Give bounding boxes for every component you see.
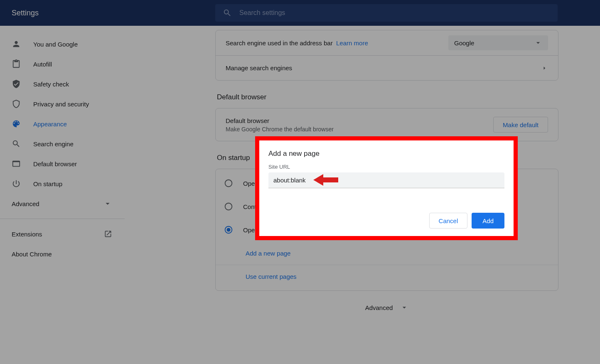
add-button[interactable]: Add [472,213,504,229]
url-field-label: Site URL [268,164,504,170]
cancel-button[interactable]: Cancel [429,213,468,229]
svg-marker-0 [313,174,338,186]
site-url-input[interactable] [268,172,504,188]
add-page-dialog: Add a new page Site URL Cancel Add [259,140,514,236]
dialog-highlight-border: Add a new page Site URL Cancel Add [255,136,518,240]
annotation-arrow [313,173,338,187]
dialog-title: Add a new page [268,150,504,158]
